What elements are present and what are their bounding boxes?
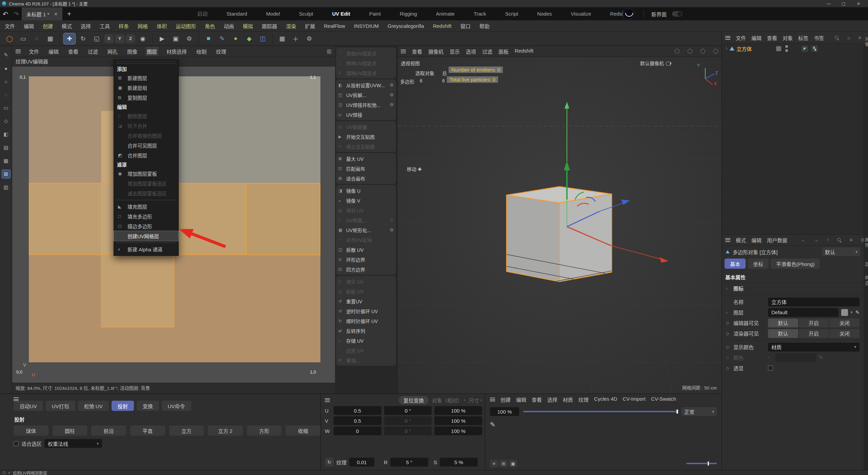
layer-color-swatch[interactable]: [841, 309, 848, 316]
eyedropper-icon[interactable]: ✎: [855, 309, 860, 316]
proj-cubic-button[interactable]: 立方: [169, 425, 204, 436]
menu-greyscalegorilla[interactable]: Greyscalegorilla: [388, 23, 424, 29]
minimize-button[interactable]: —: [821, 1, 836, 6]
position-field[interactable]: 0: [334, 426, 381, 435]
editor-visibility-dot[interactable]: [785, 45, 788, 48]
menu-tools[interactable]: 工具: [100, 22, 110, 30]
uv-command-item[interactable]: ⊡ 匹配画布: [336, 164, 396, 173]
move-tool-icon[interactable]: ✚: [63, 33, 76, 44]
large-icon-view-icon[interactable]: ▣: [509, 460, 517, 467]
mat-menu-material[interactable]: 材质: [563, 396, 573, 403]
menu-animate[interactable]: 动画: [224, 22, 234, 30]
live-selection-icon[interactable]: ◯: [3, 33, 16, 44]
lock-y-button[interactable]: Y: [115, 34, 124, 43]
layer-menu-item[interactable]: [114, 198, 178, 202]
mat-menu-create[interactable]: 创建: [500, 396, 511, 403]
layer-menu-item[interactable]: ◣ 填充图层: [114, 202, 178, 211]
gear-icon[interactable]: ⚙: [390, 102, 394, 107]
undo-icon[interactable]: ↶: [0, 10, 11, 18]
new-document-tab-button[interactable]: +: [62, 10, 76, 18]
forward-icon[interactable]: →: [814, 237, 818, 243]
om-menu-tags[interactable]: 标签: [798, 34, 808, 41]
brush-edit-icon[interactable]: ✎: [490, 421, 717, 429]
reset-transform-button[interactable]: 复位变换: [399, 396, 429, 404]
attr-menu-edit[interactable]: 编辑: [751, 236, 762, 244]
menu-mograph[interactable]: 运动图形: [176, 22, 196, 30]
lock-x-button[interactable]: X: [104, 34, 114, 43]
scale-field[interactable]: 100 %: [434, 406, 482, 415]
mat-menu-view[interactable]: 查看: [532, 396, 542, 403]
scale-step-field[interactable]: 5 %: [440, 458, 478, 467]
layer-menu-item[interactable]: □ 填充多边形: [114, 211, 178, 221]
size-mode-dropdown[interactable]: 尺寸▾: [469, 397, 482, 404]
rotation-field[interactable]: 0 °: [384, 406, 432, 415]
gear-icon[interactable]: ⚙: [390, 82, 394, 88]
layer-menu-item[interactable]: ◐ 新建 Alpha 通道: [114, 244, 178, 254]
gear-icon[interactable]: ⚙: [390, 92, 394, 97]
om-menu-view[interactable]: 查看: [767, 34, 777, 41]
vp-menu-view[interactable]: 查看: [412, 48, 422, 55]
mat-menu-edit[interactable]: 编辑: [516, 396, 526, 403]
viewport-option-icon[interactable]: [701, 49, 705, 54]
gear-icon[interactable]: ⚙: [390, 227, 394, 232]
position-field[interactable]: 0.5: [334, 406, 381, 415]
layer-menu-item[interactable]: 减去图层蒙板选区: [114, 188, 178, 198]
uv-command-item[interactable]: ⊞ 适合画布: [336, 173, 396, 183]
uv-command-item[interactable]: ▶ 开始交互贴图: [336, 132, 396, 141]
menu-edit[interactable]: 编辑: [24, 22, 34, 30]
modeling-settings-icon[interactable]: ⚙: [303, 33, 315, 44]
uv-command-item[interactable]: ⊔ UV焊接: [336, 110, 396, 119]
uv-menu-view[interactable]: 查看: [67, 47, 80, 56]
om-menu-edit[interactable]: 编辑: [751, 34, 762, 41]
document-tab[interactable]: 未标题 1 * ✕: [22, 7, 62, 20]
name-field[interactable]: 立方体: [768, 298, 860, 306]
hamburger-menu-icon[interactable]: [16, 50, 21, 53]
maximize-button[interactable]: ▢: [836, 1, 851, 6]
icon-size-slider[interactable]: [686, 463, 717, 464]
side-tab-layers[interactable]: 层: [864, 262, 868, 267]
render-settings-icon[interactable]: ⚙: [183, 33, 195, 44]
layer-menu-item[interactable]: ◪ 向下合并: [114, 121, 178, 131]
coordinate-system-icon[interactable]: ◉: [137, 33, 149, 44]
tab-projection[interactable]: 投射: [112, 401, 134, 411]
layer-menu-item[interactable]: ⧉ 复制图层: [114, 93, 178, 102]
attr-menu-userdata[interactable]: 用户数据: [767, 236, 787, 244]
scale-tool-icon[interactable]: ◱: [91, 33, 103, 44]
om-menu-file[interactable]: 文件: [736, 34, 746, 41]
render-view-icon[interactable]: ▶: [156, 33, 168, 44]
position-field[interactable]: 0.5: [334, 416, 381, 425]
up-icon[interactable]: ↑: [827, 237, 829, 243]
menu-file[interactable]: 文件: [5, 22, 15, 30]
object-mode-dropdown[interactable]: 对象（相对）▾: [432, 397, 466, 404]
uv-menu-layer[interactable]: 图层: [145, 47, 158, 56]
render-vis-off-button[interactable]: 关闭: [829, 329, 860, 338]
uv-command-item[interactable]: ⊙ 环形边界: [336, 254, 396, 264]
om-menu-bookmarks[interactable]: 书签: [814, 34, 824, 41]
uv-command-item[interactable]: ↻ 顺时针循环 UV: [336, 316, 396, 326]
hamburger-menu-icon[interactable]: [725, 36, 730, 40]
proj-cubic2-button[interactable]: 立方 2: [208, 425, 243, 436]
sphere-brush-icon[interactable]: ●: [2, 64, 11, 73]
proj-flat-button[interactable]: 平直: [130, 425, 165, 436]
uv-menu-image[interactable]: 图像: [126, 47, 139, 56]
editor-vis-on-button[interactable]: 开启: [799, 319, 829, 327]
tab-relax-uv[interactable]: 松弛 UV: [78, 401, 109, 411]
toolbar-separator[interactable]: [272, 34, 273, 44]
list-view-icon[interactable]: ≡: [490, 460, 498, 467]
layer-menu-item[interactable]: 编辑: [114, 102, 178, 111]
rotate-step-field[interactable]: 5 °: [390, 458, 428, 467]
magic-wand-icon[interactable]: ▤: [2, 143, 11, 152]
blend-mode-dropdown[interactable]: 正常▾: [682, 407, 717, 416]
simulation-icon[interactable]: ◆: [243, 33, 255, 44]
hamburger-menu-icon[interactable]: [401, 50, 406, 53]
xray-checkbox[interactable]: [768, 365, 773, 370]
scale-field[interactable]: 100 %: [434, 416, 482, 425]
layout-tab-uv-edit[interactable]: UV Edit: [322, 7, 359, 20]
layer-menu-item[interactable]: 添加: [114, 64, 178, 73]
tab-basic[interactable]: 基本: [725, 259, 746, 269]
uv-command-item[interactable]: ◳ UV焊接并松弛... ⚙: [336, 100, 396, 110]
uv-command-item[interactable]: ⇄ 反转序列: [336, 326, 396, 336]
side-tab-attributes[interactable]: 属性: [864, 238, 868, 248]
uv-command-item[interactable]: ↺ 逆时针循环 UV: [336, 306, 396, 316]
layout-tab-rigging[interactable]: Rigging: [390, 7, 427, 20]
